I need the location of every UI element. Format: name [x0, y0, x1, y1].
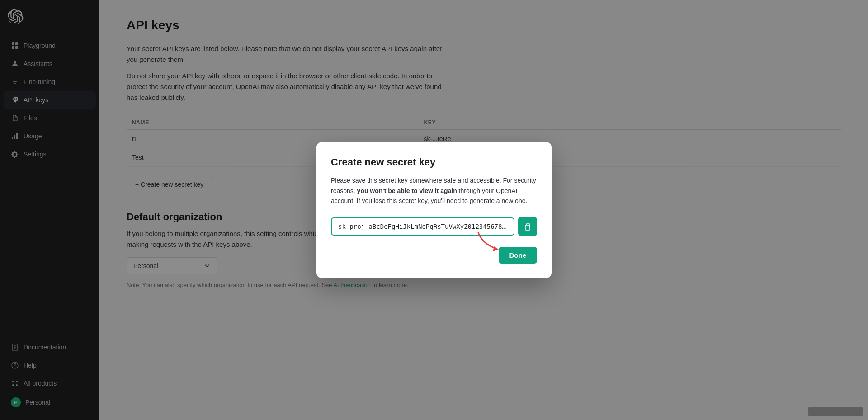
svg-rect-18	[525, 225, 530, 230]
modal-overlay: Create new secret key Please save this s…	[0, 0, 868, 420]
modal-footer: Done	[331, 247, 537, 264]
key-row	[331, 217, 537, 236]
modal: Create new secret key Please save this s…	[316, 142, 552, 278]
copy-icon	[524, 222, 532, 231]
copy-key-button[interactable]	[518, 217, 537, 236]
modal-description: Please save this secret key somewhere sa…	[331, 175, 537, 206]
modal-title: Create new secret key	[331, 156, 537, 168]
done-button[interactable]: Done	[499, 247, 538, 264]
arrow-indicator	[474, 231, 501, 255]
